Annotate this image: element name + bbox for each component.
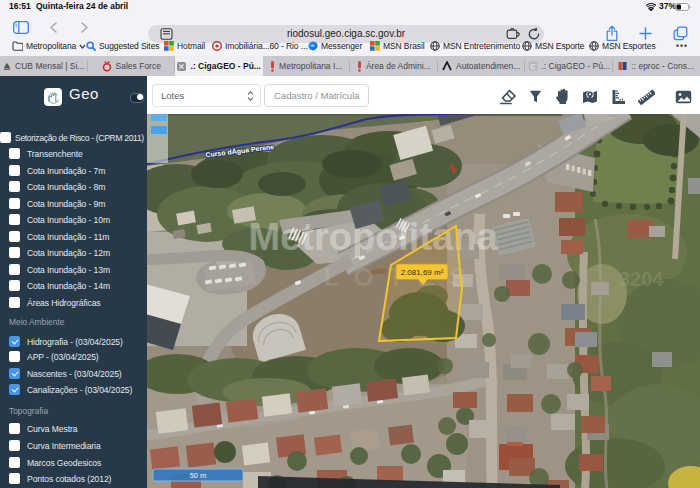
svg-text:50 m: 50 m — [190, 471, 207, 480]
svg-text:Metropolitana: Metropolitana — [248, 216, 498, 258]
svg-text:C: C — [530, 63, 535, 70]
svg-text:3204: 3204 — [619, 268, 664, 290]
svg-text:2.081,69 m²: 2.081,69 m² — [401, 268, 444, 277]
